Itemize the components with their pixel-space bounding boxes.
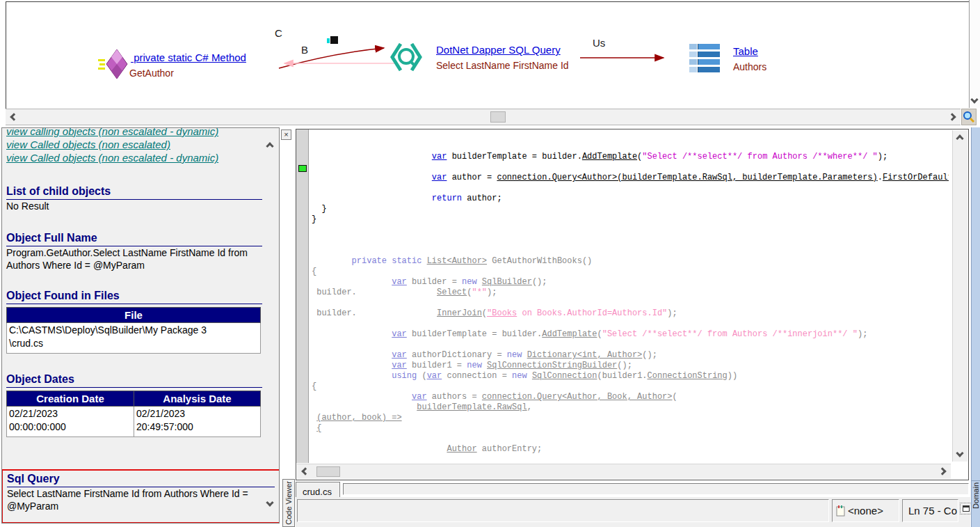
found-in-files-heading: Object Found in Files — [6, 290, 262, 304]
tab-domain[interactable]: Domain — [972, 480, 980, 527]
tab-code-viewer[interactable]: Code Viewer — [282, 479, 295, 527]
status-line-col: Ln 75 - Co — [902, 499, 958, 522]
sql-query-value: Select LastName FirstName Id from Author… — [7, 487, 275, 512]
link-view-called-objects[interactable]: view Called objects (non escalated) — [6, 138, 262, 151]
edge-label-us: Us — [593, 37, 605, 49]
bookmark-marker[interactable] — [298, 165, 307, 172]
code-scroll-up-icon[interactable] — [956, 134, 963, 142]
creation-date-header: Creation Date — [7, 391, 134, 407]
close-panel-button[interactable]: × — [281, 129, 291, 140]
code-horizontal-scrollbar[interactable] — [297, 464, 951, 479]
status-bookmark-value: <none> — [848, 505, 883, 517]
object-dates-heading: Object Dates — [6, 373, 262, 388]
bookmark-note-icon — [836, 505, 845, 517]
code-scroll-down-icon[interactable] — [956, 449, 963, 457]
status-bookmark-box[interactable]: <none> — [832, 499, 899, 522]
scroll-left-icon[interactable] — [10, 113, 17, 120]
node-query-subtitle: Select LastName FirstName Id — [436, 60, 569, 71]
cast-enlighten-window: C B Us private static C# Method GetAutho… — [0, 0, 980, 527]
sql-query-icon[interactable] — [389, 40, 424, 74]
analysis-date-header: Analysis Date — [134, 391, 261, 407]
scroll-down-icon[interactable] — [970, 95, 978, 103]
magnifier-icon — [963, 111, 975, 123]
file-column-header: File — [7, 308, 261, 323]
code-viewer-tab-label: Code Viewer — [284, 481, 293, 525]
code-viewer-panel: var builderTemplate = builder.AddTemplat… — [296, 129, 969, 480]
diagram-horizontal-scrollbar[interactable] — [6, 109, 961, 125]
object-properties-content: view calling objects (non escalated - dy… — [6, 128, 262, 523]
edge-label-c: C — [275, 27, 282, 39]
code-gutter — [296, 129, 309, 463]
csharp-method-icon[interactable] — [98, 48, 130, 80]
object-properties-panel: view calling objects (non escalated - dy… — [1, 127, 280, 524]
sql-query-heading: Sql Query — [7, 473, 275, 487]
code-scrollbar-thumb[interactable] — [316, 466, 340, 477]
domain-tab-label: Domain — [972, 482, 980, 509]
edge-call-arrow[interactable] — [279, 48, 384, 68]
node-table-title[interactable]: Table — [733, 45, 758, 57]
scrollbar-thumb[interactable] — [490, 111, 506, 123]
creation-date-cell: 02/21/2023 00:00:00:000 — [7, 407, 134, 437]
found-in-files-table: File C:\CASTMS\Deploy\SqlBuilder\My Pack… — [6, 307, 261, 354]
status-message-box — [297, 499, 829, 522]
full-name-value: Program.GetAuthor.Select LastName FirstN… — [6, 246, 262, 272]
child-objects-value: No Result — [6, 200, 262, 212]
object-view-links: view calling objects (non escalated - dy… — [6, 127, 262, 164]
code-vertical-scrollbar[interactable] — [952, 130, 967, 462]
table-icon[interactable] — [688, 42, 721, 74]
node-method-subtitle: GetAuthor — [129, 68, 174, 79]
full-name-heading: Object Full Name — [6, 232, 262, 246]
dependency-graph-panel: C B Us private static C# Method GetAutho… — [6, 1, 969, 109]
tab-strip-filler — [343, 483, 969, 495]
analysis-date-cell: 02/21/2023 20:49:57:000 — [134, 407, 261, 437]
diagram-vertical-scrollbar[interactable] — [969, 0, 980, 108]
node-method-title[interactable]: private static C# Method — [131, 52, 246, 63]
sql-query-highlight-box: Sql Query Select LastName FirstName Id f… — [1, 469, 280, 524]
object-dates-table: Creation Date Analysis Date 02/21/2023 0… — [6, 391, 261, 437]
window-icon — [963, 505, 970, 512]
node-query-title[interactable]: DotNet Dapper SQL Query — [436, 44, 561, 56]
panel-scroll-up-icon[interactable] — [266, 142, 273, 150]
child-objects-heading: List of child objects — [6, 185, 262, 200]
link-view-called-objects-dynamic[interactable]: view Called objects (non escalated - dyn… — [6, 151, 262, 164]
code-lines[interactable]: var builderTemplate = builder.AddTemplat… — [312, 152, 949, 462]
code-scroll-right-icon[interactable] — [938, 467, 946, 475]
code-scroll-left-icon[interactable] — [301, 467, 309, 475]
edge-label-b: B — [301, 44, 308, 56]
scroll-right-icon[interactable] — [948, 113, 956, 120]
restore-window-button[interactable] — [960, 503, 972, 514]
link-view-calling-objects-dynamic[interactable]: view calling objects (non escalated - dy… — [6, 127, 262, 138]
right-dock-strip: Domain — [971, 127, 980, 527]
edge-cyan-mark — [327, 38, 330, 43]
zoom-tool-button[interactable] — [961, 109, 977, 125]
node-table-subtitle: Authors — [733, 61, 766, 72]
file-path-cell: C:\CASTMS\Deploy\SqlBuilder\My Package 3… — [7, 323, 261, 354]
edge-black-handle[interactable] — [330, 36, 338, 44]
tab-crud-cs[interactable]: crud.cs — [296, 482, 340, 497]
